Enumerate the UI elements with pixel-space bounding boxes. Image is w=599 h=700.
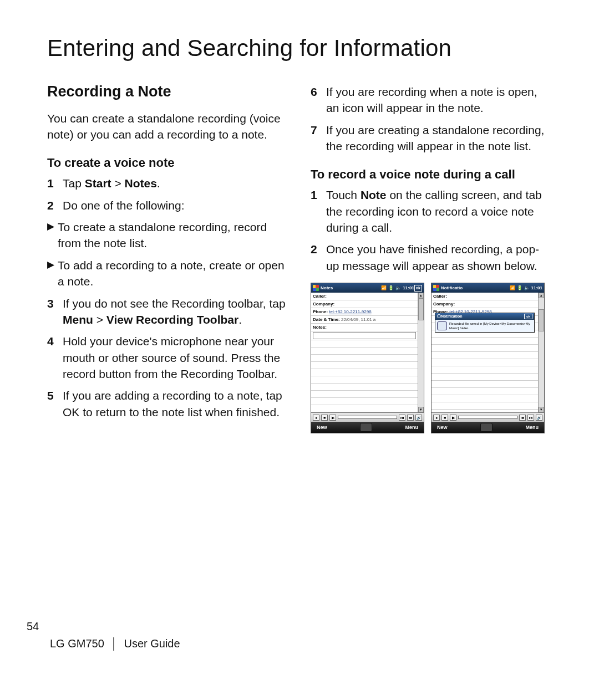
bullet-2-text: To add a recording to a note, create or … bbox=[58, 257, 288, 290]
step-7-text: If you are creating a standalone recordi… bbox=[326, 122, 552, 155]
record-button-icon: ● bbox=[313, 415, 319, 421]
phone-a-titlebar: Notes 📶 🔋 🔈 11:01 ok bbox=[311, 283, 424, 293]
bullet-1-text: To create a standalone recording, record… bbox=[58, 219, 288, 252]
document-page: Entering and Searching for Information R… bbox=[0, 0, 599, 700]
step-3-bold-menu: Menu bbox=[63, 313, 93, 326]
subhead-record-during-call: To record a voice note during a call bbox=[311, 166, 552, 183]
triangle-bullet-icon: ▶ bbox=[47, 219, 54, 252]
step-1-text-post: . bbox=[157, 177, 160, 190]
step-3-bold-view-rec: View Recording Toolbar bbox=[106, 313, 238, 326]
next-button-icon: ⏭ bbox=[527, 415, 534, 421]
footer-guide: User Guide bbox=[124, 637, 180, 650]
scroll-thumb bbox=[539, 309, 544, 331]
step-3-text-pre: If you do not see the Recording toolbar,… bbox=[63, 297, 286, 310]
phone-a-softkey-bar: New Menu bbox=[311, 422, 424, 433]
step-6: If you are recording when a note is open… bbox=[311, 84, 552, 116]
phone-a-scrollbar: ▴ ▾ bbox=[418, 293, 424, 412]
windows-start-icon bbox=[433, 285, 439, 291]
step-3-text-post: . bbox=[238, 313, 242, 326]
phone-screenshot-notes: Notes 📶 🔋 🔈 11:01 ok Caller: Company: Ph… bbox=[311, 283, 424, 433]
phone-a-title: Notes bbox=[321, 285, 379, 291]
popup-ok-button: ok bbox=[524, 314, 532, 319]
step-6-text: If you are recording when a note is open… bbox=[326, 84, 552, 116]
page-number: 54 bbox=[27, 619, 180, 634]
step-7: If you are creating a standalone recordi… bbox=[311, 122, 552, 155]
phone-b-content: Caller: Company: Phone: tel:+82 10-2211-… bbox=[432, 293, 544, 412]
step-1-text-mid: > bbox=[111, 177, 125, 190]
phone-b-time: 11:01 bbox=[531, 285, 542, 291]
play-button-icon: ▶ bbox=[329, 415, 336, 421]
notes-input-box bbox=[313, 332, 416, 339]
volume-button-icon: 🔊 bbox=[415, 415, 422, 421]
softkey-new: New bbox=[317, 424, 327, 431]
bullet-list: ▶ To create a standalone recording, reco… bbox=[47, 219, 288, 290]
scroll-down-icon: ▾ bbox=[539, 407, 544, 412]
step-2: Do one of the following: bbox=[47, 197, 288, 213]
step-5: If you are adding a recording to a note,… bbox=[47, 387, 288, 420]
phone-b-softkey-bar: New Menu bbox=[432, 422, 544, 433]
softkey-new: New bbox=[437, 424, 448, 431]
notification-popup: ⓘ Notification ok Recorded file saved in… bbox=[435, 313, 535, 333]
play-button-icon: ▶ bbox=[450, 415, 456, 421]
notes-label: Notes: bbox=[313, 325, 327, 330]
column-left: Recording a Note You can create a standa… bbox=[47, 81, 288, 433]
phone-a-time: 11:01 bbox=[403, 285, 414, 291]
phone-a-ok-button: ok bbox=[414, 285, 422, 292]
prev-button-icon: ⏮ bbox=[399, 415, 405, 421]
b-step-1-bold-note: Note bbox=[361, 188, 387, 201]
bullet-2: ▶ To add a recording to a note, create o… bbox=[47, 257, 288, 290]
steps-list-a-cont2: If you are recording when a note is open… bbox=[311, 84, 552, 155]
softkey-center-icon bbox=[480, 423, 493, 432]
steps-list-a: Tap Start > Notes. Do one of the followi… bbox=[47, 175, 288, 213]
battery-icon: 🔋 bbox=[388, 285, 394, 291]
step-3-text-mid: > bbox=[93, 313, 106, 326]
step-1-text-pre: Tap bbox=[63, 177, 85, 190]
popup-message: Recorded file saved in [My Device>My Doc… bbox=[449, 321, 532, 330]
two-column-layout: Recording a Note You can create a standa… bbox=[47, 81, 552, 433]
scroll-up-icon: ▴ bbox=[539, 293, 544, 298]
scroll-thumb bbox=[418, 298, 424, 320]
caller-label: Caller: bbox=[433, 294, 447, 299]
volume-icon: 🔈 bbox=[524, 285, 530, 291]
signal-icon: 📶 bbox=[381, 285, 387, 291]
phone-b-titlebar: Notificatio 📶 🔋 🔈 11:01 bbox=[432, 283, 544, 293]
recording-toolbar: ● ■ ▶ ⏮ ⏭ 🔊 bbox=[311, 412, 424, 422]
chapter-title: Entering and Searching for Information bbox=[47, 32, 552, 65]
bullet-1: ▶ To create a standalone recording, reco… bbox=[47, 219, 288, 252]
steps-list-b: Touch Note on the calling screen, and ta… bbox=[311, 187, 552, 274]
volume-icon: 🔈 bbox=[395, 285, 401, 291]
ruled-lines-area bbox=[311, 340, 418, 412]
phone-screenshots: Notes 📶 🔋 🔈 11:01 ok Caller: Company: Ph… bbox=[311, 283, 552, 433]
popup-bubble-icon bbox=[437, 321, 447, 330]
step-4-text: Hold your device's microphone near your … bbox=[63, 333, 288, 382]
phone-value: tel:+82 10-2211-9298 bbox=[329, 309, 371, 314]
softkey-center-icon bbox=[360, 423, 372, 432]
windows-start-icon bbox=[313, 285, 319, 291]
phone-b-title: Notificatio bbox=[441, 285, 508, 291]
section-title: Recording a Note bbox=[47, 81, 288, 103]
popup-title: Notification bbox=[441, 314, 524, 319]
b-step-1: Touch Note on the calling screen, and ta… bbox=[311, 187, 552, 236]
recording-toolbar: ● ■ ▶ ⏮ ⏭ 🔊 bbox=[432, 412, 544, 422]
b-step-2: Once you have finished recording, a pop-… bbox=[311, 241, 552, 274]
softkey-menu: Menu bbox=[405, 424, 418, 431]
signal-icon: 📶 bbox=[510, 285, 515, 291]
page-footer: 54 LG GM750 │ User Guide bbox=[22, 619, 180, 651]
softkey-menu: Menu bbox=[525, 424, 539, 431]
triangle-bullet-icon: ▶ bbox=[47, 257, 54, 290]
datetime-value: 22/04/09, 11:01 a bbox=[341, 317, 375, 322]
company-label: Company: bbox=[313, 302, 334, 306]
intro-paragraph: You can create a standalone recording (v… bbox=[47, 110, 288, 143]
subhead-create-voice-note: To create a voice note bbox=[47, 155, 288, 172]
caller-label: Caller: bbox=[313, 294, 327, 299]
step-1: Tap Start > Notes. bbox=[47, 175, 288, 191]
phone-label: Phone: bbox=[313, 309, 328, 314]
prev-button-icon: ⏮ bbox=[519, 415, 526, 421]
phone-b-scrollbar: ▴ ▾ bbox=[538, 293, 544, 412]
datetime-label: Date & Time: bbox=[313, 317, 340, 322]
phone-screenshot-notification: Notificatio 📶 🔋 🔈 11:01 Caller: Company:… bbox=[431, 283, 545, 433]
b-step-2-text: Once you have finished recording, a pop-… bbox=[326, 241, 552, 274]
column-right: If you are recording when a note is open… bbox=[311, 81, 552, 433]
scroll-up-icon: ▴ bbox=[418, 293, 424, 298]
step-3: If you do not see the Recording toolbar,… bbox=[47, 295, 288, 328]
